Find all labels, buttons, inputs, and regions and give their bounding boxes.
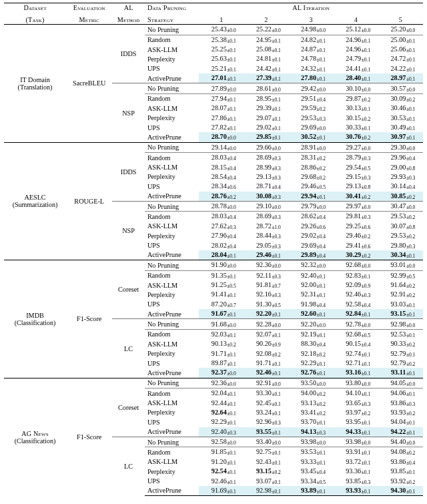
value-cell: 92.31±0.1 [288,290,333,299]
strategy-label: Perplexity [145,113,199,123]
value-cell: 89.87±0.1 [199,358,244,368]
value-cell: 93.50±0.0 [288,378,333,388]
value-cell: 27.94±0.1 [199,93,244,103]
value-cell: 92.78±0.0 [334,319,378,329]
value-cell: 30.47±0.0 [378,201,423,211]
value-cell: 93.89±0.1 [288,486,333,496]
al-method-label: LC [112,437,145,495]
strategy-label: UPS [145,123,199,132]
value-cell: 93.13±0.2 [288,398,333,407]
value-cell: 92.00±0.1 [288,280,333,290]
value-cell: 93.01±0.0 [378,260,423,270]
value-cell: 93.91±0.1 [334,447,378,457]
value-cell: 92.54±0.1 [199,467,244,476]
value-cell: 91.64±0.2 [378,280,423,290]
value-cell: 92.07±0.1 [244,329,288,339]
value-cell: 29.81±0.3 [334,212,378,222]
value-cell: 29.30±0.0 [378,142,423,152]
value-cell: 28.34±0.6 [199,182,244,191]
strategy-label: ActivePrune [145,427,199,437]
value-cell: 92.68±0.0 [334,260,378,270]
value-cell: 27.62±0.3 [199,222,244,231]
value-cell: 93.72±0.1 [334,457,378,467]
value-cell: 94.13±0.3 [288,427,333,437]
hdr-iter-col: 2 [244,15,288,25]
strategy-label: UPS [145,182,199,191]
strategy-label: ASK-LLM [145,162,199,172]
al-method-label: Coreset [112,378,145,437]
value-cell: 92.19±0.1 [288,329,333,339]
value-cell: 94.00±0.2 [288,389,333,399]
value-cell: 93.45±0.4 [288,467,333,476]
value-cell: 29.59±0.2 [288,103,333,113]
value-cell: 93.33±0.1 [288,457,333,467]
value-cell: 24.98±0.0 [288,25,333,35]
value-cell: 30.49±0.1 [378,123,423,132]
value-cell: 87.20±0.7 [199,300,244,309]
value-cell: 92.79±0.1 [378,349,423,358]
value-cell: 25.12±0.0 [334,25,378,35]
strategy-label: ASK-LLM [145,45,199,54]
value-cell: 93.03±0.1 [378,300,423,309]
strategy-label: No Pruning [145,437,199,447]
al-method-label: NSP [112,201,145,260]
al-method-label: IDDS [112,142,145,201]
value-cell: 25.20±0.0 [378,25,423,35]
results-table: DatasetEvaluationALData PruningAL Iterat… [4,3,423,496]
value-cell: 25.08±0.1 [244,45,288,54]
value-cell: 29.46±0.1 [244,250,288,260]
value-cell: 27.89±0.0 [199,83,244,93]
value-cell: 24.82±0.1 [288,35,333,45]
value-cell: 29.79±0.0 [288,201,333,211]
hdr-prune: Data Pruning [147,4,186,11]
value-cell: 93.30±0.1 [244,389,288,399]
value-cell: 93.16±0.1 [334,368,378,378]
value-cell: 30.08±0.3 [244,192,288,202]
value-cell: 90.33±0.2 [378,339,423,348]
value-cell: 93.93±0.2 [378,408,423,417]
value-cell: 24.81±0.1 [244,54,288,63]
value-cell: 92.96±0.3 [244,417,288,427]
value-cell: 93.15±0.1 [378,309,423,319]
value-cell: 28.95±0.1 [244,93,288,103]
value-cell: 92.79±0.2 [378,358,423,368]
value-cell: 28.99±0.3 [244,162,288,172]
value-cell: 91.71±0.1 [199,349,244,358]
value-cell: 30.76±0.2 [334,132,378,142]
value-cell: 94.08±0.2 [378,447,423,457]
value-cell: 93.24±0.1 [244,408,288,417]
value-cell: 28.69±0.3 [244,212,288,222]
value-cell: 25.22±0.0 [244,25,288,35]
hdr-dataset: Dataset [23,4,46,11]
value-cell: 24.42±0.1 [244,64,288,73]
strategy-label: No Pruning [145,260,199,270]
value-cell: 30.52±0.1 [288,132,333,142]
value-cell: 93.85±0.1 [378,467,423,476]
value-cell: 28.61±0.0 [244,83,288,93]
strategy-label: No Pruning [145,201,199,211]
value-cell: 29.51±0.4 [288,93,333,103]
value-cell: 27.96±0.4 [199,231,244,240]
value-cell: 91.20±0.1 [199,457,244,467]
value-cell: 30.14±0.4 [378,182,423,191]
value-cell: 93.70±0.1 [288,417,333,427]
value-cell: 28.02±0.4 [199,240,244,250]
value-cell: 92.71±0.1 [334,358,378,368]
metric-label: ROUGE-L [66,142,112,260]
value-cell: 29.27±0.0 [334,142,378,152]
value-cell: 28.72±1.0 [244,222,288,231]
value-cell: 92.84±0.1 [334,309,378,319]
hdr-iter-col: 4 [334,15,378,25]
value-cell: 29.13±0.8 [334,182,378,191]
value-cell: 93.86±0.3 [378,398,423,407]
value-cell: 29.14±0.0 [199,142,244,152]
value-cell: 28.71±0.4 [244,182,288,191]
strategy-label: ASK-LLM [145,457,199,467]
value-cell: 93.41±0.2 [288,408,333,417]
value-cell: 93.80±0.0 [334,378,378,388]
value-cell: 93.40±0.0 [244,437,288,447]
value-cell: 29.05±0.3 [244,240,288,250]
strategy-label: Perplexity [145,172,199,182]
hdr-iter-col: 1 [199,15,244,25]
value-cell: 92.20±0.1 [244,309,288,319]
